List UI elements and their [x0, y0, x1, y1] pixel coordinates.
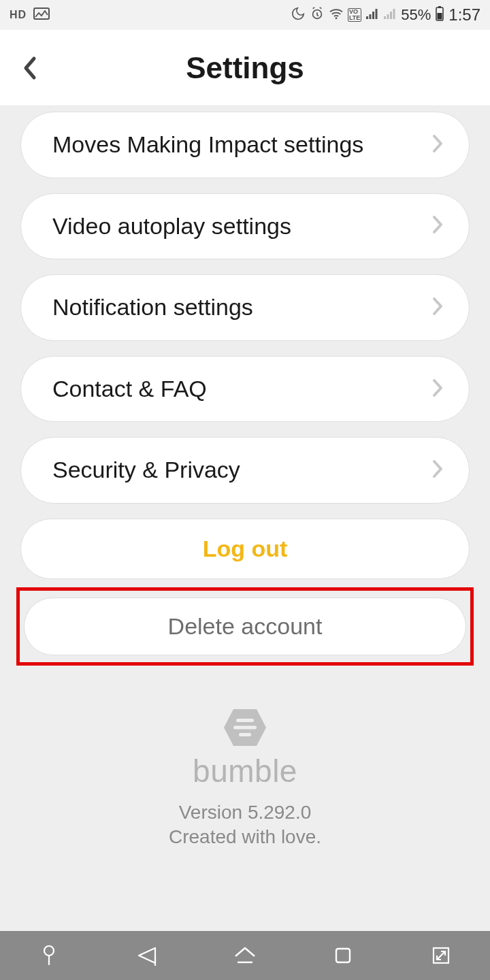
svg-marker-20	[139, 948, 155, 963]
chevron-right-icon	[431, 296, 444, 319]
svg-rect-13	[438, 13, 442, 20]
alarm-icon	[310, 6, 325, 24]
moon-icon	[291, 6, 306, 24]
chevron-right-icon	[431, 214, 444, 238]
android-nav-bar	[0, 931, 490, 980]
nav-back-button[interactable]	[127, 938, 167, 973]
delete-account-button[interactable]: Delete account	[24, 598, 466, 655]
nav-expand-button[interactable]	[421, 938, 461, 973]
svg-rect-7	[384, 16, 386, 19]
svg-rect-17	[239, 733, 251, 736]
brand-name: bumble	[20, 753, 470, 789]
status-bar: HD VOLTE 55% 1:57	[0, 0, 490, 30]
back-button[interactable]	[14, 52, 46, 84]
volte-icon: VOLTE	[348, 8, 361, 22]
delete-account-highlight: Delete account	[16, 587, 474, 666]
svg-rect-6	[376, 9, 378, 19]
nav-recent-button[interactable]	[323, 938, 363, 973]
battery-text: 55%	[401, 6, 431, 24]
svg-rect-5	[372, 12, 374, 19]
setting-security-privacy[interactable]: Security & Privacy	[20, 437, 470, 504]
svg-line-25	[437, 951, 445, 960]
status-right: VOLTE 55% 1:57	[291, 5, 480, 25]
svg-rect-15	[236, 719, 254, 722]
setting-moves-impact[interactable]: Moves Making Impact settings	[20, 112, 470, 178]
svg-rect-10	[393, 9, 395, 19]
setting-label: Notification settings	[52, 291, 267, 324]
chevron-left-icon	[20, 54, 39, 82]
assistant-icon	[41, 944, 57, 967]
bumble-logo-icon	[20, 706, 470, 749]
svg-rect-16	[233, 725, 257, 729]
chevron-right-icon	[431, 459, 444, 482]
setting-video-autoplay[interactable]: Video autoplay settings	[20, 193, 470, 260]
nav-recent-icon	[333, 945, 353, 966]
nav-home-button[interactable]	[225, 938, 265, 973]
logout-label: Log out	[203, 536, 288, 561]
svg-rect-4	[370, 14, 372, 19]
setting-contact-faq[interactable]: Contact & FAQ	[20, 356, 470, 423]
battery-icon	[435, 5, 444, 25]
setting-label: Video autoplay settings	[52, 210, 305, 243]
app-header: Settings	[0, 30, 490, 106]
svg-rect-23	[336, 949, 350, 962]
nav-home-icon	[233, 945, 257, 966]
settings-list: Moves Making Impact settings Video autop…	[0, 106, 490, 931]
svg-point-2	[335, 17, 337, 19]
signal2-icon	[383, 7, 397, 23]
setting-label: Security & Privacy	[52, 454, 254, 487]
clock-text: 1:57	[448, 5, 480, 24]
wifi-icon	[329, 7, 344, 23]
brand-version: Version 5.292.0	[20, 802, 470, 823]
gallery-icon	[33, 7, 50, 23]
chevron-right-icon	[431, 378, 444, 401]
page-title: Settings	[0, 51, 490, 85]
expand-icon	[431, 945, 451, 966]
nav-assistant-button[interactable]	[29, 938, 69, 973]
brand-footer: bumble Version 5.292.0 Created with love…	[20, 706, 470, 848]
svg-rect-3	[366, 16, 368, 19]
svg-rect-12	[438, 6, 441, 8]
brand-tagline: Created with love.	[20, 826, 470, 848]
signal1-icon	[365, 7, 379, 23]
svg-rect-9	[390, 12, 392, 19]
setting-notifications[interactable]: Notification settings	[20, 274, 470, 341]
status-left: HD	[10, 7, 50, 23]
logout-button[interactable]: Log out	[20, 519, 470, 579]
setting-label: Contact & FAQ	[52, 373, 220, 406]
chevron-right-icon	[431, 133, 444, 157]
svg-rect-8	[387, 14, 389, 19]
delete-label: Delete account	[168, 613, 323, 639]
setting-label: Moves Making Impact settings	[52, 129, 377, 161]
nav-back-icon	[135, 945, 159, 966]
hd-badge: HD	[10, 9, 27, 21]
svg-point-18	[44, 946, 54, 956]
